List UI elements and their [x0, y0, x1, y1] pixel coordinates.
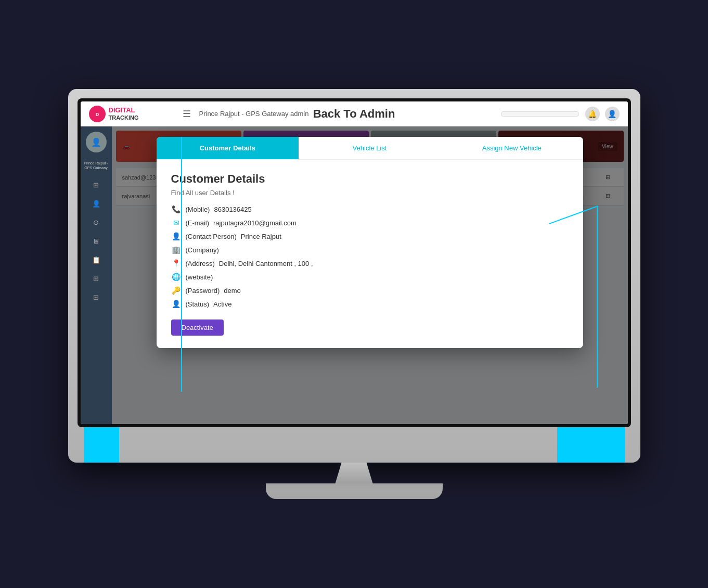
sidebar-user-avatar: 👤 [86, 132, 107, 152]
contact-label: (Contact Person) [186, 233, 237, 240]
detail-row-email: ✉ (E-mail) rajputagra2010@gmail.com [171, 219, 569, 227]
detail-row-status: 👤 (Status) Active [171, 300, 569, 308]
annotation-line-left [181, 137, 182, 392]
company-icon: 🏢 [171, 246, 182, 254]
mobile-label: (Mobile) [186, 206, 210, 213]
logo-digital: DIGITAL [109, 107, 139, 114]
status-value: Active [213, 300, 231, 308]
detail-row-mobile: 📞 (Mobile) 8630136425 [171, 205, 569, 213]
password-icon: 🔑 [171, 286, 182, 295]
detail-row-address: 📍 (Address) Delhi, Delhi Cantonment , 10… [171, 259, 569, 267]
password-label: (Password) [186, 287, 220, 295]
svg-text:D: D [95, 112, 99, 117]
status-label: (Status) [186, 300, 210, 308]
monitor-screen: D DIGITAL TRACKING ☰ Prince Rajput - GPS… [81, 101, 628, 424]
sidebar-item-5[interactable]: 📋 [87, 252, 106, 267]
sidebar-item-1[interactable]: ⊞ [87, 177, 106, 192]
sidebar: 👤 Prince Rajput - GPS Gateway ⊞ 👤 ⊙ 🖥 📋 … [81, 126, 112, 424]
sidebar-user-info: Prince Rajput - GPS Gateway [84, 161, 108, 170]
user-avatar[interactable]: 👤 [605, 107, 620, 121]
modal-tabs: Customer Details Vehicle List Assign New… [157, 137, 583, 160]
sidebar-item-6[interactable]: ⊞ [87, 271, 106, 286]
dashboard: 👤 Prince Rajput - GPS Gateway ⊞ 👤 ⊙ 🖥 📋 … [81, 126, 628, 424]
topbar-icons: 🔔 👤 [585, 107, 620, 121]
back-to-admin[interactable]: Back To Admin [313, 107, 395, 121]
main-content: 🚗 All Vehicles View 👥 All Users View 🚙 [112, 126, 628, 424]
monitor: D DIGITAL TRACKING ☰ Prince Rajput - GPS… [68, 89, 640, 499]
status-icon: 👤 [171, 300, 182, 308]
modal-subtitle: Find All user Details ! [171, 189, 569, 197]
address-value: Delhi, Delhi Cantonment , 100 , [219, 260, 313, 267]
person-icon: 👤 [171, 232, 182, 240]
monitor-stand [266, 463, 443, 499]
email-label: (E-mail) [186, 219, 210, 227]
website-label: (website) [186, 273, 213, 281]
contact-value: Prince Rajput [241, 233, 281, 240]
annotation-line-right [597, 206, 598, 388]
detail-row-website: 🌐 (website) [171, 273, 569, 281]
bell-icon[interactable]: 🔔 [585, 107, 600, 121]
deactivate-button[interactable]: Deactivate [171, 319, 224, 336]
stand-base [266, 483, 443, 499]
modal-overlay[interactable]: Customer Details Vehicle List Assign New… [112, 126, 628, 424]
email-value: rajputagra2010@gmail.com [213, 219, 297, 227]
detail-row-contact: 👤 (Contact Person) Prince Rajput [171, 232, 569, 240]
detail-row-password: 🔑 (Password) demo [171, 286, 569, 295]
search-area[interactable] [501, 111, 579, 117]
tab-customer-details[interactable]: Customer Details [157, 137, 299, 159]
company-label: (Company) [186, 246, 219, 254]
monitor-outer: D DIGITAL TRACKING ☰ Prince Rajput - GPS… [68, 89, 640, 463]
address-icon: 📍 [171, 259, 182, 267]
sidebar-item-4[interactable]: 🖥 [87, 234, 106, 248]
logo-icon: D [89, 106, 106, 122]
address-label: (Address) [186, 260, 215, 267]
password-value: demo [224, 287, 241, 295]
phone-icon: 📞 [171, 205, 182, 213]
modal-body: Customer Details Find All user Details !… [157, 160, 583, 348]
sidebar-item-7[interactable]: ⊞ [87, 290, 106, 304]
tab-vehicle-list[interactable]: Vehicle List [299, 137, 441, 159]
modal: Customer Details Vehicle List Assign New… [157, 137, 583, 348]
sidebar-item-2[interactable]: 👤 [87, 196, 106, 211]
sidebar-item-3[interactable]: ⊙ [87, 215, 106, 229]
annotation-boxes [78, 427, 631, 463]
email-icon: ✉ [171, 219, 182, 227]
logo-text: DIGITAL TRACKING [109, 107, 139, 120]
tab-assign-new-vehicle[interactable]: Assign New Vehicle [441, 137, 583, 159]
cyan-box-left [84, 427, 119, 463]
stand-neck [323, 463, 385, 483]
detail-row-company: 🏢 (Company) [171, 246, 569, 254]
screen-bezel: D DIGITAL TRACKING ☰ Prince Rajput - GPS… [78, 98, 631, 427]
modal-title: Customer Details [171, 172, 569, 186]
web-icon: 🌐 [171, 273, 182, 281]
logo-area: D DIGITAL TRACKING [89, 106, 183, 122]
mobile-value: 8630136425 [214, 206, 251, 213]
logo-tracking: TRACKING [109, 114, 139, 121]
topbar: D DIGITAL TRACKING ☰ Prince Rajput - GPS… [81, 101, 628, 126]
hamburger-icon[interactable]: ☰ [183, 108, 191, 120]
cyan-box-right [557, 427, 625, 463]
